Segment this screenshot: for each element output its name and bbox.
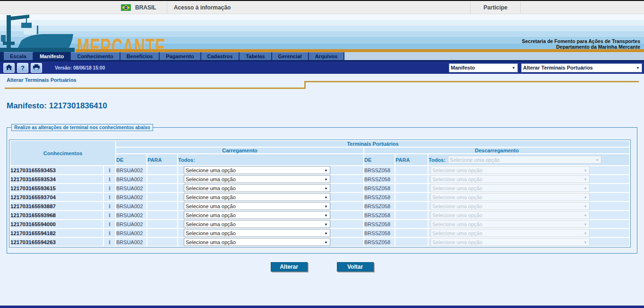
carregamento-todos-cell: Selecione uma opção xyxy=(178,202,363,210)
action-select-wrap: Alterar Terminais Portuários xyxy=(521,63,642,72)
conhecimento-number: 121703165593615 xyxy=(10,184,103,192)
help-button[interactable]: ? xyxy=(17,63,28,73)
tab-pagamento[interactable]: Pagamento xyxy=(160,52,201,60)
voltar-button[interactable]: Voltar xyxy=(337,262,374,272)
col-header-carregamento-de: DE xyxy=(116,154,146,165)
tab-beneficios[interactable]: Benefícios xyxy=(120,52,160,60)
carregamento-de-value: BRSUA002 xyxy=(116,166,146,174)
carregamento-terminal-select[interactable]: Selecione uma opção xyxy=(184,184,330,192)
carregamento-todos-cell: Selecione uma opção xyxy=(178,229,363,237)
tab-arquivos[interactable]: Arquivos xyxy=(309,52,345,60)
descarregamento-terminal-select-wrap: Selecione uma opção xyxy=(430,238,590,246)
main-tab-bar: EscalaManifestoConhecimentoBenefíciosPag… xyxy=(0,52,644,60)
carregamento-terminal-select-wrap: Selecione uma opção xyxy=(184,166,330,174)
carregamento-terminal-select[interactable]: Selecione uma opção xyxy=(184,211,330,219)
carregamento-terminal-select[interactable]: Selecione uma opção xyxy=(184,220,330,228)
table-row: 121703165593887 I BRSUA002 Selecione uma… xyxy=(10,202,629,210)
carregamento-para-cell xyxy=(147,211,177,219)
tab-gerencial[interactable]: Gerencial xyxy=(272,52,309,60)
home-button[interactable] xyxy=(3,63,15,73)
carregamento-terminal-select[interactable]: Selecione uma opção xyxy=(184,202,330,210)
carregamento-terminal-select[interactable]: Selecione uma opção xyxy=(184,166,330,174)
carregamento-de-value: BRSUA002 xyxy=(116,211,146,219)
descarregamento-todos-cell: Selecione uma opção xyxy=(429,193,629,201)
descarregamento-terminal-select-wrap: Selecione uma opção xyxy=(430,184,590,192)
tab-tabelas[interactable]: Tabelas xyxy=(240,52,272,60)
org-line1: Secretaria de Fomento para Ações de Tran… xyxy=(522,39,640,44)
table-row: 121703165593453 I BRSUA002 Selecione uma… xyxy=(10,166,629,174)
participe-link[interactable]: Participe xyxy=(470,1,521,14)
descarregamento-para-cell xyxy=(395,229,428,237)
group-header-carregamento: Carregamento xyxy=(116,148,363,153)
carregamento-terminal-select-wrap: Selecione uma opção xyxy=(184,211,330,219)
app-header: MERCANTE Secretaria de Fomento para Açõe… xyxy=(0,14,644,52)
terminal-changes-fieldset: Realize as alterações de terminal nos co… xyxy=(7,124,637,254)
col-header-conhecimentos: Conhecimentos xyxy=(10,141,115,165)
conhecimento-number: 121703165593968 xyxy=(10,211,103,219)
module-select[interactable]: Manifesto xyxy=(449,63,518,72)
table-row: 121703165594263 I BRSUA002 Selecione uma… xyxy=(10,238,629,246)
breadcrumb: Alterar Terminais Portuários xyxy=(7,77,77,83)
carregamento-de-value: BRSUA002 xyxy=(116,175,146,183)
toolbar: ? Versão: 08/06/18 15:00 Manifesto Alter… xyxy=(0,60,644,74)
conhecimento-tipo: I xyxy=(104,211,115,219)
conhecimentos-table: Conhecimentos Terminais Portuários Carre… xyxy=(9,140,631,247)
descarregamento-terminal-select-wrap: Selecione uma opção xyxy=(430,211,590,219)
tab-manifesto[interactable]: Manifesto xyxy=(34,52,71,60)
descarregamento-todos-cell: Selecione uma opção xyxy=(429,211,629,219)
manifest-table-body: 121703165593453 I BRSUA002 Selecione uma… xyxy=(10,166,629,246)
carregamento-de-value: BRSUA002 xyxy=(116,193,146,201)
descarregamento-de-value: BRSSZ058 xyxy=(364,202,395,210)
access-info-link[interactable]: Acesso à informação xyxy=(167,1,238,14)
carregamento-terminal-select-wrap: Selecione uma opção xyxy=(184,238,330,246)
descarregamento-terminal-select-wrap: Selecione uma opção xyxy=(430,193,590,201)
descarregamento-terminal-select: Selecione uma opção xyxy=(430,202,590,210)
content-area: Alterar Terminais Portuários Manifesto: … xyxy=(0,74,644,308)
carregamento-terminal-select[interactable]: Selecione uma opção xyxy=(184,193,330,201)
carregamento-todos-cell: Selecione uma opção xyxy=(178,175,363,183)
descarregamento-terminal-select: Selecione uma opção xyxy=(430,238,590,246)
carregamento-terminal-select[interactable]: Selecione uma opção xyxy=(184,229,330,237)
gov-bar-left: BRASIL Acesso à informação xyxy=(121,1,237,14)
descarregamento-terminal-select: Selecione uma opção xyxy=(430,211,590,219)
tab-conhecimento[interactable]: Conhecimento xyxy=(71,52,120,60)
conhecimento-tipo: I xyxy=(104,175,115,183)
ship-crane-illustration-icon xyxy=(0,14,76,54)
col-header-descarregamento-para: PARA xyxy=(395,154,428,165)
carregamento-terminal-select[interactable]: Selecione uma opção xyxy=(184,238,330,246)
breadcrumb-underline xyxy=(5,88,306,89)
descarregamento-para-cell xyxy=(395,202,428,210)
descarregamento-para-cell xyxy=(395,184,428,192)
version-label: Versão: 08/06/18 15:00 xyxy=(55,65,105,70)
table-row: 121703165594182 I BRSUA002 Selecione uma… xyxy=(10,229,629,237)
descarregamento-terminal-select-wrap: Selecione uma opção xyxy=(430,166,590,174)
group-header-terminais: Terminais Portuários xyxy=(116,141,629,147)
print-button[interactable] xyxy=(31,63,42,73)
descarregamento-de-value: BRSSZ058 xyxy=(364,238,395,246)
descarregamento-todos-cell: Selecione uma opção xyxy=(429,175,629,183)
descarregamento-de-value: BRSSZ058 xyxy=(364,193,395,201)
tab-cadastros[interactable]: Cadastros xyxy=(201,52,240,60)
descarregamento-para-cell xyxy=(395,166,428,174)
help-icon: ? xyxy=(21,64,25,71)
conhecimento-number: 121703165593704 xyxy=(10,193,103,201)
descarregamento-todos-cell: Selecione uma opção xyxy=(429,238,629,246)
page-title: Manifesto: 1217301836410 xyxy=(7,101,644,111)
conhecimento-number: 121703165593534 xyxy=(10,175,103,183)
tab-escala[interactable]: Escala xyxy=(4,52,34,60)
conhecimento-number: 121703165594263 xyxy=(10,238,103,246)
carregamento-terminal-select-wrap: Selecione uma opção xyxy=(184,202,330,210)
action-select[interactable]: Alterar Terminais Portuários xyxy=(521,63,642,72)
descarregamento-para-cell xyxy=(395,220,428,228)
group-header-descarregamento: Descarregamento xyxy=(364,148,629,153)
carregamento-terminal-select[interactable]: Selecione uma opção xyxy=(184,175,330,183)
carregamento-para-cell xyxy=(147,175,177,183)
alterar-button[interactable]: Alterar xyxy=(271,262,308,272)
carregamento-todos-cell: Selecione uma opção xyxy=(178,193,363,201)
carregamento-todos-cell: Selecione uma opção xyxy=(178,166,363,174)
descarregamento-de-value: BRSSZ058 xyxy=(364,229,395,237)
carregamento-para-cell xyxy=(147,229,177,237)
descarregamento-de-value: BRSSZ058 xyxy=(364,175,395,183)
carregamento-todos-label: Todos: xyxy=(178,157,195,163)
conhecimento-tipo: I xyxy=(104,220,115,228)
